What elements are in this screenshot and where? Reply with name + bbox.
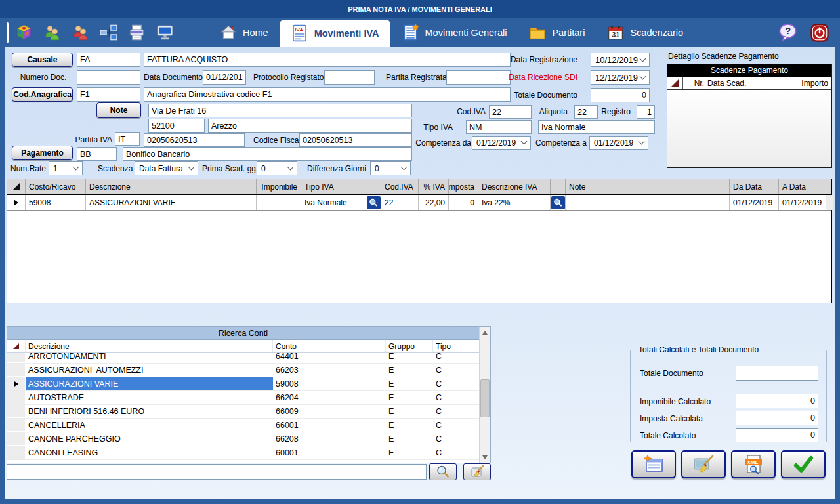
- registro-input[interactable]: [637, 105, 655, 119]
- note-button[interactable]: Note: [96, 102, 141, 118]
- conto-codice[interactable]: 66204: [273, 391, 386, 404]
- conto-gruppo[interactable]: E: [386, 446, 433, 459]
- monitor-toolbar-button[interactable]: [156, 23, 174, 41]
- scroll-up-button[interactable]: [480, 327, 490, 338]
- cod-anagrafica-button[interactable]: Cod.Anagrafica: [12, 87, 73, 102]
- conto-codice[interactable]: 66001: [273, 419, 386, 432]
- ricerca-row[interactable]: ARROTONDAMENTI 64401 E C: [7, 353, 479, 364]
- causale-code-input[interactable]: [77, 52, 140, 67]
- cell-descrizione[interactable]: ASSICURAZIONI VARIE: [86, 195, 257, 210]
- conto-tipo[interactable]: C: [433, 364, 479, 377]
- print-toolbar-button[interactable]: [127, 23, 146, 41]
- clear-search-button[interactable]: [463, 463, 491, 480]
- col-cod-iva[interactable]: Cod.IVA: [381, 179, 419, 194]
- scadenza-select[interactable]: Data Fattura: [135, 161, 198, 175]
- ricerca-col-conto[interactable]: Conto: [273, 340, 386, 352]
- ricerca-row[interactable]: CANONI LEASING 60001 E C: [7, 446, 479, 460]
- cell-imponibile[interactable]: [257, 195, 301, 210]
- conto-tipo[interactable]: C: [433, 432, 479, 446]
- protocollo-input[interactable]: [324, 70, 375, 85]
- conto-tipo[interactable]: C: [433, 391, 479, 404]
- confirm-button[interactable]: [781, 450, 826, 478]
- cell-perc-iva[interactable]: 22,00: [419, 195, 449, 210]
- col-costo-ricavo[interactable]: Costo/Ricavo: [26, 179, 86, 194]
- new-record-button[interactable]: [631, 450, 676, 478]
- causale-desc-input[interactable]: [144, 52, 511, 67]
- hierarchy-toolbar-button[interactable]: [99, 23, 117, 41]
- ricerca-scrollbar[interactable]: [479, 327, 490, 463]
- conto-tipo[interactable]: C: [433, 419, 479, 432]
- data-documento-input[interactable]: [203, 70, 246, 85]
- pagamento-button[interactable]: Pagamento: [12, 146, 73, 160]
- col-descrizione[interactable]: Descrizione: [86, 179, 257, 194]
- scroll-down-button[interactable]: [480, 452, 490, 463]
- partita-iva-prefix-input[interactable]: [115, 132, 140, 146]
- conto-gruppo[interactable]: E: [386, 377, 433, 390]
- cap-input[interactable]: [148, 119, 205, 133]
- tipo-iva-lookup-button[interactable]: [367, 196, 381, 209]
- citta-input[interactable]: [208, 119, 412, 133]
- col-imponibile[interactable]: Imponibile: [257, 179, 301, 194]
- data-ricezione-sdi-combo[interactable]: 12/12/2019: [591, 70, 650, 85]
- cell-a-data[interactable]: 01/12/2019: [779, 195, 826, 210]
- cell-imposta[interactable]: 0: [449, 195, 478, 210]
- conto-gruppo[interactable]: E: [386, 432, 433, 446]
- conto-tipo[interactable]: C: [433, 377, 479, 390]
- exit-button[interactable]: [810, 23, 830, 45]
- scadenze-col-nr[interactable]: Nr.: [683, 79, 704, 88]
- tipo-iva-code-input[interactable]: [466, 120, 532, 134]
- data-registrazione-combo[interactable]: 10/12/2019: [591, 52, 650, 67]
- imponibile-calcolato-input[interactable]: [736, 394, 818, 408]
- conto-tipo[interactable]: C: [433, 353, 479, 363]
- conto-codice[interactable]: 66203: [273, 364, 386, 377]
- col-a-data[interactable]: A Data: [779, 179, 826, 194]
- conto-gruppo[interactable]: E: [386, 364, 433, 377]
- clean-screen-button[interactable]: [681, 450, 726, 478]
- users-green-toolbar-button[interactable]: [43, 23, 61, 41]
- ricerca-row[interactable]: CANCELLERIA 66001 E C: [7, 419, 479, 432]
- conto-descrizione[interactable]: CANCELLERIA: [26, 419, 273, 432]
- conto-descrizione[interactable]: CANONI LEASING: [26, 446, 273, 459]
- tab-movimenti-generali[interactable]: Movimenti Generali: [390, 18, 518, 47]
- ricerca-search-input[interactable]: [7, 464, 427, 480]
- tab-movimenti-iva[interactable]: IVA Movimenti IVA: [280, 20, 390, 47]
- conto-gruppo[interactable]: E: [386, 405, 433, 418]
- conto-tipo[interactable]: C: [433, 405, 479, 418]
- cell-descrizione-iva[interactable]: Iva 22%: [478, 195, 551, 210]
- col-descrizione-iva[interactable]: Descrizione IVA: [478, 179, 551, 194]
- conto-gruppo[interactable]: E: [386, 353, 433, 363]
- competenza-a-combo[interactable]: 01/12/2019: [589, 136, 648, 150]
- cell-da-data[interactable]: 01/12/2019: [730, 195, 779, 210]
- totale-documento-input[interactable]: [591, 88, 650, 102]
- conto-descrizione[interactable]: ARROTONDAMENTI: [26, 353, 273, 363]
- conto-codice[interactable]: 59008: [273, 377, 386, 390]
- conto-descrizione[interactable]: BENI INFERIORI 516.46 EURO: [26, 405, 273, 418]
- cell-cod-iva[interactable]: 22: [381, 195, 419, 210]
- descrizione-iva-lookup-button[interactable]: [551, 196, 565, 209]
- xml-preview-button[interactable]: XML: [731, 450, 776, 478]
- col-perc-iva[interactable]: % IVA: [419, 179, 449, 194]
- cell-costo-ricavo[interactable]: 59008: [26, 195, 86, 210]
- indirizzo-input[interactable]: [148, 104, 412, 117]
- cell-tipo-iva[interactable]: Iva Normale: [301, 195, 366, 210]
- numero-doc-input[interactable]: [77, 70, 140, 85]
- col-tipo-iva[interactable]: Tipo IVA: [301, 179, 366, 194]
- num-rate-select[interactable]: 1: [49, 161, 83, 175]
- cod-anagrafica-desc-input[interactable]: [144, 87, 511, 102]
- conto-gruppo[interactable]: E: [386, 391, 433, 404]
- totali-totale-documento-input[interactable]: [736, 366, 818, 381]
- scadenze-col-importo[interactable]: Importo: [786, 79, 831, 88]
- conto-descrizione[interactable]: CANONE PARCHEGGIO: [26, 432, 273, 446]
- pagamento-code-input[interactable]: [77, 147, 117, 161]
- cod-iva-input[interactable]: [489, 105, 532, 119]
- ricerca-row-selected[interactable]: ASSICURAZIONI VARIE 59008 E C: [7, 377, 479, 391]
- conto-codice[interactable]: 64401: [273, 353, 386, 363]
- movimenti-grid-row[interactable]: 59008 ASSICURAZIONI VARIE Iva Normale 22…: [7, 195, 831, 211]
- tab-partitari[interactable]: Partitari: [518, 18, 596, 47]
- cube-toolbar-button[interactable]: [14, 23, 33, 41]
- conto-codice[interactable]: 60001: [273, 446, 386, 459]
- conto-gruppo[interactable]: E: [386, 419, 433, 432]
- col-note[interactable]: Note: [566, 179, 730, 194]
- codice-fiscale-input[interactable]: [299, 133, 412, 147]
- differenza-giorni-select[interactable]: 0: [370, 161, 411, 175]
